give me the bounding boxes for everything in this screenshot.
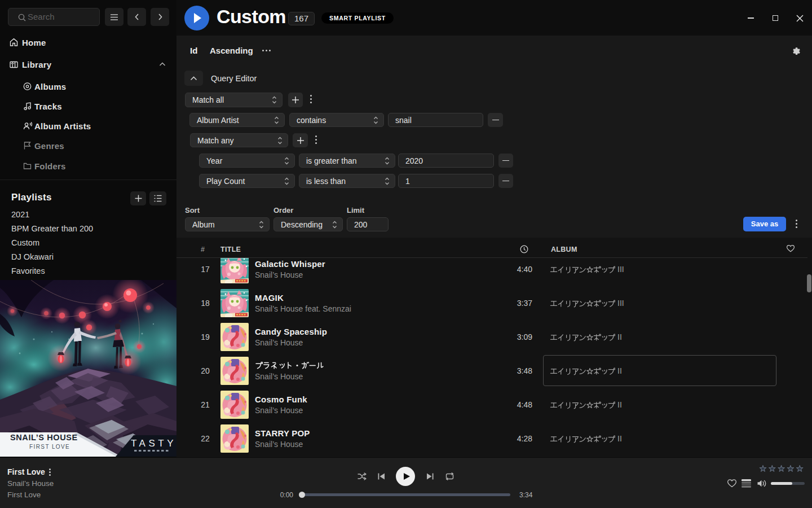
svg-text:FIRST LOVE: FIRST LOVE <box>29 444 70 450</box>
svg-text:SNAIL’S HOUSE: SNAIL’S HOUSE <box>10 433 78 442</box>
svg-text:TASTY: TASTY <box>131 438 176 449</box>
